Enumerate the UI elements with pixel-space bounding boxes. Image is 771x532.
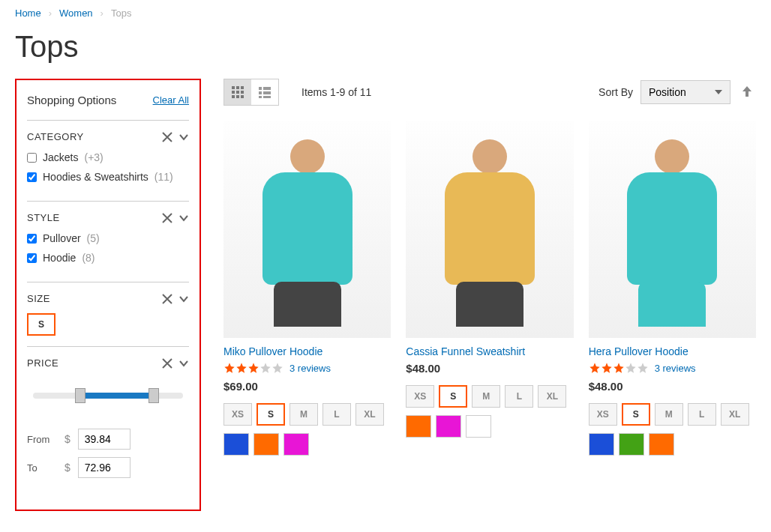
product-card: Cassia Funnel Sweatshirt $48.00 XSSMLXL xyxy=(406,121,573,456)
svg-rect-14 xyxy=(263,96,271,98)
price-to-input[interactable] xyxy=(78,457,130,478)
price-from-label: From xyxy=(27,434,57,445)
size-swatch[interactable]: L xyxy=(505,385,533,408)
chevron-right-icon: › xyxy=(49,7,52,19)
star-full-icon xyxy=(236,362,248,374)
size-swatch[interactable]: M xyxy=(472,385,500,408)
product-image[interactable] xyxy=(406,121,573,338)
sortby-label: Sort By xyxy=(598,86,633,98)
filter-item-label: Hoodie xyxy=(43,252,76,264)
svg-rect-0 xyxy=(232,86,235,89)
size-swatches: XSSMLXL xyxy=(224,403,391,426)
size-swatches: XSSMLXL xyxy=(406,385,573,408)
page-title: Tops xyxy=(15,30,756,64)
color-swatch[interactable] xyxy=(436,415,461,438)
size-swatch[interactable]: XL xyxy=(721,403,749,426)
color-swatch[interactable] xyxy=(466,415,491,438)
size-swatch[interactable]: XL xyxy=(356,403,384,426)
reviews-link[interactable]: 3 reviews xyxy=(655,363,696,374)
close-icon[interactable] xyxy=(162,358,172,369)
color-swatch[interactable] xyxy=(254,433,279,456)
size-swatch[interactable]: XL xyxy=(538,385,566,408)
close-icon[interactable] xyxy=(162,294,172,304)
currency-symbol: $ xyxy=(64,433,70,445)
product-image[interactable] xyxy=(589,121,756,338)
svg-rect-5 xyxy=(241,91,244,94)
size-swatch[interactable]: L xyxy=(322,403,351,426)
shopping-options-sidebar: Shopping Options Clear All CATEGORY Jack… xyxy=(15,79,201,511)
toolbar: Items 1-9 of 11 Sort By Position xyxy=(224,79,756,106)
star-full-icon xyxy=(613,362,625,374)
svg-rect-7 xyxy=(236,95,239,98)
filter-checkbox[interactable] xyxy=(27,253,37,263)
size-swatch[interactable]: S xyxy=(439,385,467,408)
size-swatch[interactable]: S xyxy=(622,403,650,426)
product-listing: Items 1-9 of 11 Sort By Position Miko Pu… xyxy=(224,79,756,511)
filter-checkbox[interactable] xyxy=(27,234,37,244)
color-swatch[interactable] xyxy=(284,433,309,456)
size-swatch[interactable]: XS xyxy=(224,403,252,426)
size-swatch[interactable]: L xyxy=(688,403,716,426)
chevron-down-icon[interactable] xyxy=(178,213,189,223)
close-icon[interactable] xyxy=(162,132,172,142)
filter-price: PRICE From $ xyxy=(27,346,189,496)
shopping-options-title: Shopping Options xyxy=(27,94,116,106)
chevron-down-icon[interactable] xyxy=(178,294,189,304)
filter-item-label: Pullover xyxy=(43,232,81,244)
toolbar-item-count: Items 1-9 of 11 xyxy=(302,86,371,98)
svg-rect-6 xyxy=(232,95,235,98)
price-slider[interactable] xyxy=(33,393,183,399)
product-price: $48.00 xyxy=(589,380,756,393)
star-rating xyxy=(224,362,284,374)
breadcrumb-women[interactable]: Women xyxy=(59,7,93,19)
filter-category-item[interactable]: Hoodies & Sweatshirts (11) xyxy=(27,171,189,183)
sortby-select[interactable]: Position xyxy=(640,80,730,104)
clear-all-link[interactable]: Clear All xyxy=(153,94,189,106)
product-name-link[interactable]: Miko Pullover Hoodie xyxy=(224,345,391,357)
product-name-link[interactable]: Hera Pullover Hoodie xyxy=(589,345,756,357)
svg-rect-9 xyxy=(259,87,262,90)
star-empty-icon xyxy=(260,362,272,374)
color-swatch[interactable] xyxy=(406,415,431,438)
close-icon[interactable] xyxy=(162,213,172,223)
price-slider-handle-min[interactable] xyxy=(75,388,86,403)
color-swatch[interactable] xyxy=(619,433,644,456)
svg-rect-3 xyxy=(232,91,235,94)
filter-checkbox[interactable] xyxy=(27,153,37,163)
size-swatch[interactable]: S xyxy=(256,403,285,426)
chevron-right-icon: › xyxy=(100,7,104,19)
filter-style-item[interactable]: Pullover (5) xyxy=(27,232,189,244)
size-swatch[interactable]: M xyxy=(290,403,318,426)
filter-size: SIZE S xyxy=(27,282,189,346)
filter-checkbox[interactable] xyxy=(27,172,37,182)
star-empty-icon xyxy=(625,362,637,374)
product-image[interactable] xyxy=(224,121,391,338)
size-swatch[interactable]: XS xyxy=(406,385,434,408)
filter-category-item[interactable]: Jackets (+3) xyxy=(27,151,189,163)
size-swatch-s[interactable]: S xyxy=(27,313,56,336)
arrow-up-icon xyxy=(742,86,752,97)
filter-item-count: (+3) xyxy=(84,151,103,163)
product-card: Hera Pullover Hoodie 3 reviews $48.00 XS… xyxy=(589,121,756,456)
filter-item-label: Jackets xyxy=(43,151,78,163)
filter-style-item[interactable]: Hoodie (8) xyxy=(27,252,189,264)
color-swatch[interactable] xyxy=(224,433,249,456)
reviews-link[interactable]: 3 reviews xyxy=(290,363,331,374)
product-name-link[interactable]: Cassia Funnel Sweatshirt xyxy=(406,345,573,357)
chevron-down-icon[interactable] xyxy=(178,132,189,142)
svg-rect-1 xyxy=(236,86,239,89)
star-full-icon xyxy=(589,362,601,374)
list-view-button[interactable] xyxy=(251,79,278,105)
breadcrumb-home[interactable]: Home xyxy=(15,7,41,19)
color-swatch[interactable] xyxy=(649,433,674,456)
size-swatch[interactable]: M xyxy=(655,403,683,426)
chevron-down-icon[interactable] xyxy=(178,358,189,369)
size-swatch[interactable]: XS xyxy=(589,403,617,426)
color-swatch[interactable] xyxy=(589,433,614,456)
price-from-input[interactable] xyxy=(78,429,130,450)
price-slider-handle-max[interactable] xyxy=(148,388,159,403)
grid-view-button[interactable] xyxy=(224,79,251,105)
sort-direction-button[interactable] xyxy=(738,85,756,100)
star-empty-icon xyxy=(637,362,649,374)
filter-item-label: Hoodies & Sweatshirts xyxy=(43,171,148,183)
